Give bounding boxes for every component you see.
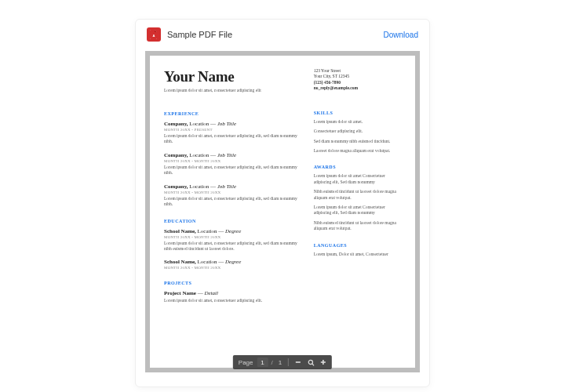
exp-dates: MONTH 20XX - MONTH 20XX — [164, 159, 300, 163]
edu-location: Location — [198, 259, 217, 265]
contact-block: 123 Your Street Your City, ST 12345 (123… — [314, 68, 401, 92]
svg-text:A: A — [153, 34, 155, 38]
resume-tagline: Lorem ipsum dolor sit amet, consectetuer… — [164, 88, 300, 93]
education-entry: School Name, Location — Degree MONTH 20X… — [164, 228, 300, 252]
svg-line-4 — [312, 364, 314, 365]
exp-body: Lorem ipsum dolor sit amet, consectetuer… — [164, 165, 300, 176]
svg-rect-2 — [296, 361, 301, 363]
pdf-viewer-frame: Your Name Lorem ipsum dolor sit amet, co… — [145, 51, 420, 372]
education-entry: School Name, Location — Degree MONTH 20X… — [164, 259, 300, 270]
resume-left-column: Your Name Lorem ipsum dolor sit amet, co… — [164, 68, 300, 311]
toolbar-divider — [288, 358, 289, 366]
edu-dates: MONTH 20XX - MONTH 20XX — [164, 266, 300, 270]
exp-body: Lorem ipsum dolor sit amet, consectetuer… — [164, 196, 300, 208]
exp-company: Company, — [164, 121, 188, 127]
edu-school: School Name, — [164, 259, 196, 265]
edu-degree: Degree — [225, 228, 241, 234]
exp-role: Job Title — [217, 152, 236, 158]
exp-company: Company, — [164, 152, 188, 158]
edu-degree: Degree — [225, 259, 241, 265]
contact-phone: (123) 456-7890 — [314, 80, 401, 85]
edu-school: School Name, — [164, 228, 196, 234]
card-header: A Sample PDF File Download — [136, 20, 429, 48]
zoom-in-button[interactable] — [318, 357, 329, 368]
zoom-out-button[interactable] — [293, 357, 304, 368]
experience-entry: Company, Location — Job Title MONTH 20XX… — [164, 183, 300, 208]
section-projects-label: PROJECTS — [164, 281, 300, 285]
section-awards-label: AWARDS — [314, 165, 401, 169]
pdf-icon: A — [147, 27, 161, 42]
current-page-input[interactable]: 1 — [257, 358, 268, 367]
award-item: Nibh euismod tincidunt ut laoreet dolore… — [314, 220, 401, 232]
svg-rect-6 — [323, 360, 324, 365]
award-item: Lorem ipsum dolor sit amet Consectetuer … — [314, 205, 401, 216]
skill-item: Laoreet dolore magna aliquam erat volutp… — [314, 148, 401, 154]
exp-body: Lorem ipsum dolor sit amet, consectetuer… — [164, 133, 300, 145]
edu-location: Location — [198, 228, 217, 234]
proj-body: Lorem ipsum dolor sit amet, consectetuer… — [164, 298, 300, 303]
exp-location: Location — [189, 152, 209, 158]
contact-street: 123 Your Street — [314, 68, 401, 74]
page-label: Page — [236, 359, 256, 366]
languages-body: Lorem ipsum, Dolor sit amet, Consectetue… — [314, 252, 401, 257]
exp-role: Job Title — [217, 121, 236, 127]
file-title: Sample PDF File — [167, 30, 384, 39]
section-skills-label: SKILLS — [314, 111, 401, 115]
skill-item: Lorem ipsum dolor sit amet. — [314, 119, 401, 125]
edu-body: Lorem ipsum dolor sit amet, consectetuer… — [164, 241, 300, 252]
exp-company: Company, — [164, 183, 188, 190]
proj-name: Project Name — [164, 290, 196, 296]
section-experience-label: EXPERIENCE — [164, 111, 300, 116]
total-pages: 1 — [276, 359, 284, 366]
page-sep: / — [270, 359, 275, 366]
contact-email: no_reply@example.com — [314, 85, 401, 91]
download-link[interactable]: Download — [384, 31, 418, 39]
pdf-preview-card: A Sample PDF File Download Your Name Lor… — [135, 19, 430, 387]
section-education-label: EDUCATION — [164, 219, 300, 223]
pdf-toolbar: Page 1 / 1 — [233, 355, 332, 369]
resume-name: Your Name — [164, 68, 300, 85]
resume-right-column: 123 Your Street Your City, ST 12345 (123… — [314, 68, 401, 311]
edu-dates: MONTH 20XX - MONTH 20XX — [164, 235, 300, 239]
experience-entry: Company, Location — Job Title MONTH 20XX… — [164, 121, 300, 145]
award-item: Lorem ipsum dolor sit amet Consectetuer … — [314, 173, 401, 185]
skill-item: Consectetuer adipiscing elit. — [314, 129, 401, 134]
proj-detail: Detail — [204, 290, 218, 296]
exp-location: Location — [189, 121, 209, 127]
exp-role: Job Title — [217, 183, 236, 190]
exp-location: Location — [189, 183, 209, 190]
svg-point-3 — [308, 360, 312, 364]
award-item: Nibh euismod tincidunt ut laoreet dolore… — [314, 189, 401, 201]
project-entry: Project Name — Detail Lorem ipsum dolor … — [164, 290, 300, 303]
pdf-page: Your Name Lorem ipsum dolor sit amet, co… — [150, 56, 415, 368]
section-languages-label: LANGUAGES — [314, 243, 401, 248]
skill-item: Sed diam nonummy nibh euismod tincidunt. — [314, 139, 401, 144]
contact-city: Your City, ST 12345 — [314, 74, 401, 79]
experience-entry: Company, Location — Job Title MONTH 20XX… — [164, 152, 300, 176]
zoom-reset-button[interactable] — [305, 357, 316, 368]
exp-dates: MONTH 20XX - PRESENT — [164, 128, 300, 132]
exp-dates: MONTH 20XX - MONTH 20XX — [164, 191, 300, 194]
